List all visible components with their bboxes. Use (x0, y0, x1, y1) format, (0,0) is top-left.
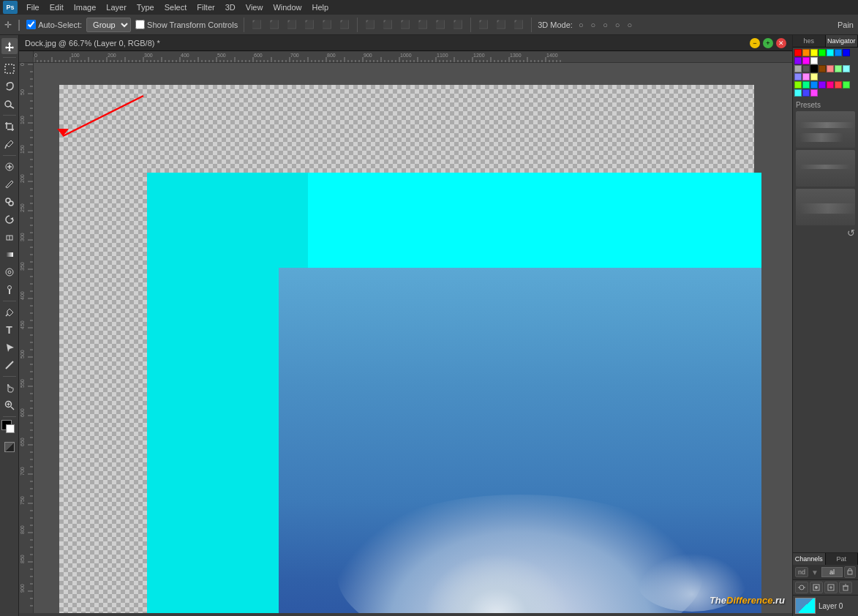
zoom-tool[interactable] (1, 397, 18, 413)
auto-select-checkbox[interactable] (26, 20, 36, 29)
color-swatch[interactable] (794, 81, 802, 89)
auto-blend-icon[interactable]: ⬛ (494, 19, 508, 30)
color-swatch[interactable] (819, 65, 826, 72)
color-swatch[interactable] (810, 73, 818, 80)
ch-delete-btn[interactable] (839, 582, 852, 593)
menu-view[interactable]: View (241, 2, 268, 12)
brush-preset-1[interactable] (796, 111, 855, 148)
align-horiz-center[interactable]: ⬛ (320, 19, 334, 30)
clone-tool[interactable] (1, 194, 18, 210)
color-swatch[interactable] (835, 65, 842, 72)
history-brush-tool[interactable] (1, 211, 18, 228)
ch-link-btn[interactable] (795, 582, 808, 593)
distrib-3[interactable]: ⬛ (399, 19, 412, 30)
color-swatch[interactable] (810, 57, 818, 64)
refresh-icon[interactable]: ↺ (847, 228, 855, 238)
quick-mask-tool[interactable] (1, 439, 18, 455)
ch-new-btn[interactable] (824, 582, 838, 593)
distrib-4[interactable]: ⬛ (416, 19, 429, 30)
color-pair[interactable] (1, 420, 18, 436)
color-swatch[interactable] (794, 49, 802, 56)
color-swatch[interactable] (827, 49, 834, 56)
menu-layer[interactable]: Layer (102, 2, 131, 12)
color-swatch[interactable] (827, 65, 834, 72)
layer-row[interactable]: Layer 0 (793, 595, 858, 616)
eyedropper-tool[interactable] (1, 136, 18, 152)
color-swatch[interactable] (802, 49, 810, 56)
color-swatch[interactable] (802, 81, 810, 89)
color-swatch[interactable] (835, 49, 842, 56)
hand-tool[interactable] (1, 380, 18, 396)
menu-window[interactable]: Window (268, 2, 306, 12)
ch-mask-btn[interactable] (810, 582, 823, 593)
tab-channels[interactable]: Channels (793, 553, 826, 565)
group-dropdown[interactable]: Group (86, 18, 131, 32)
align-vert-center[interactable]: ⬛ (268, 19, 281, 30)
menu-file[interactable]: File (22, 2, 44, 12)
dodge-tool[interactable] (1, 282, 18, 298)
menu-3d[interactable]: 3D (221, 2, 240, 12)
menu-help[interactable]: Help (308, 2, 334, 12)
color-swatch[interactable] (835, 81, 842, 89)
distrib-1[interactable]: ⬛ (364, 19, 377, 30)
ch-mode-btn[interactable]: nd (795, 567, 808, 577)
content-3d-icon[interactable]: ⬛ (512, 19, 525, 30)
menu-select[interactable]: Select (160, 2, 192, 12)
3d-icon-3[interactable]: ○ (601, 20, 609, 30)
brush-preset-2[interactable] (796, 150, 855, 187)
ch-lock-btn[interactable] (844, 566, 856, 578)
distrib-2[interactable]: ⬛ (381, 19, 394, 30)
align-left[interactable]: ⬛ (303, 19, 316, 30)
auto-align-icon[interactable]: ⬛ (477, 19, 490, 30)
tab-navigator[interactable]: Navigator (826, 35, 859, 47)
color-swatch[interactable] (843, 49, 850, 56)
crop-tool[interactable] (1, 119, 18, 135)
opacity-input[interactable] (821, 567, 843, 577)
color-swatch[interactable] (794, 65, 802, 72)
menu-image[interactable]: Image (69, 2, 101, 12)
color-swatch[interactable] (794, 57, 802, 64)
minimize-button[interactable]: − (750, 38, 760, 48)
brush-preset-3[interactable] (796, 189, 855, 225)
menu-filter[interactable]: Filter (192, 2, 219, 12)
color-swatch[interactable] (810, 89, 818, 97)
move-tool[interactable] (1, 38, 18, 54)
color-swatch[interactable] (843, 81, 850, 89)
lasso-tool[interactable] (1, 78, 18, 94)
blur-tool[interactable] (1, 264, 18, 280)
3d-icon-1[interactable]: ○ (577, 20, 585, 30)
color-swatch[interactable] (802, 89, 810, 97)
color-swatch[interactable] (819, 81, 826, 89)
color-swatch[interactable] (810, 49, 818, 56)
color-swatch[interactable] (843, 65, 850, 72)
path-select-tool[interactable] (1, 339, 18, 356)
3d-icon-4[interactable]: ○ (614, 20, 622, 30)
color-swatch[interactable] (802, 73, 810, 80)
brush-tool[interactable] (1, 176, 18, 192)
marquee-tool[interactable] (1, 61, 18, 77)
close-button[interactable]: ✕ (776, 38, 786, 48)
distrib-5[interactable]: ⬛ (434, 19, 447, 30)
gradient-tool[interactable] (1, 247, 18, 263)
color-swatch[interactable] (827, 81, 834, 89)
type-tool[interactable]: T (1, 322, 18, 338)
menu-type[interactable]: Type (132, 2, 159, 12)
maximize-button[interactable]: + (763, 38, 773, 48)
tab-brushes[interactable]: hes (793, 35, 826, 47)
color-swatch[interactable] (794, 73, 802, 80)
canvas-viewport[interactable]: TheDifference.ru (34, 63, 792, 613)
tab-paths[interactable]: Pat (826, 553, 859, 565)
color-swatch[interactable] (794, 89, 802, 97)
pen-tool[interactable] (1, 304, 18, 320)
show-transform-checkbox[interactable] (135, 20, 145, 29)
align-bottom[interactable]: ⬛ (285, 19, 298, 30)
align-top[interactable]: ⬛ (250, 19, 263, 30)
color-swatch[interactable] (802, 65, 810, 72)
line-tool[interactable] (1, 357, 18, 373)
distrib-6[interactable]: ⬛ (451, 19, 464, 30)
menu-edit[interactable]: Edit (45, 2, 68, 12)
color-swatch[interactable] (819, 49, 826, 56)
color-swatch[interactable] (810, 81, 818, 89)
eraser-tool[interactable] (1, 229, 18, 245)
color-swatch[interactable] (810, 65, 818, 72)
